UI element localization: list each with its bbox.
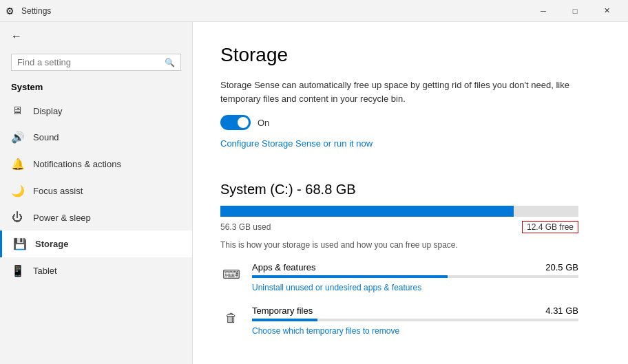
sidebar-item-storage[interactable]: 💾 Storage [0, 231, 192, 257]
app-body: ← 🔍 System 🖥 Display 🔊 Sound 🔔 Notificat… [0, 22, 628, 364]
close-button[interactable]: ✕ [591, 0, 622, 22]
toggle-label: On [258, 118, 269, 128]
apps-bar [252, 275, 578, 278]
sidebar-item-notifications[interactable]: 🔔 Notifications & actions [0, 151, 192, 178]
sidebar-item-label-tablet: Tablet [33, 266, 57, 276]
apps-bar-fill [252, 275, 448, 278]
storage-item-temp: 🗑 Temporary files 4.31 GB Choose which t… [220, 306, 578, 336]
storage-icon: 💾 [13, 237, 25, 250]
focus-icon: 🌙 [11, 184, 23, 197]
tablet-icon: 📱 [11, 264, 23, 277]
apps-header: Apps & features 20.5 GB [252, 262, 578, 272]
temp-icon: 🗑 [220, 307, 242, 329]
notifications-icon: 🔔 [11, 158, 23, 171]
title-bar: ⚙ Settings ─ □ ✕ [0, 0, 628, 22]
temp-header: Temporary files 4.31 GB [252, 306, 578, 316]
storage-used-label: 56.3 GB used [220, 222, 271, 232]
drive-section-title: System (C:) - 68.8 GB [220, 182, 600, 197]
minimize-button[interactable]: ─ [527, 0, 559, 22]
temp-desc[interactable]: Choose which temporary files to remove [252, 326, 399, 336]
storage-bar-fill [220, 206, 514, 217]
title-bar-title: Settings [21, 6, 51, 16]
temp-size: 4.31 GB [545, 306, 578, 316]
sidebar-item-label-notifications: Notifications & actions [33, 159, 121, 169]
storage-sense-toggle-row: On [220, 115, 600, 130]
sidebar-item-power[interactable]: ⏻ Power & sleep [0, 204, 192, 231]
sidebar: ← 🔍 System 🖥 Display 🔊 Sound 🔔 Notificat… [0, 22, 193, 364]
configure-link[interactable]: Configure Storage Sense or run it now [220, 138, 373, 149]
temp-name: Temporary files [252, 306, 313, 316]
sidebar-item-label-focus: Focus assist [33, 186, 83, 196]
sidebar-section-label: System [0, 79, 192, 98]
storage-sense-description: Storage Sense can automatically free up … [220, 78, 578, 105]
storage-stats-row: 56.3 GB used 12.4 GB free [220, 221, 578, 233]
maximize-button[interactable]: □ [559, 0, 591, 22]
sidebar-item-display[interactable]: 🖥 Display [0, 98, 192, 124]
search-box[interactable]: 🔍 [11, 54, 181, 71]
apps-icon: ⌨ [220, 264, 242, 286]
temp-bar-fill [252, 319, 317, 321]
apps-name: Apps & features [252, 262, 316, 272]
apps-desc[interactable]: Uninstall unused or undesired apps & fea… [252, 283, 421, 292]
sidebar-item-label-sound: Sound [33, 132, 59, 142]
storage-free-badge: 12.4 GB free [522, 221, 578, 233]
storage-info-text: This is how your storage is used and how… [220, 240, 600, 250]
sidebar-item-tablet[interactable]: 📱 Tablet [0, 257, 192, 284]
main-content: Storage Storage Sense can automatically … [193, 22, 628, 364]
title-bar-left: ⚙ Settings [6, 6, 51, 17]
title-bar-controls: ─ □ ✕ [527, 0, 622, 22]
back-arrow-icon: ← [11, 30, 22, 43]
display-icon: 🖥 [11, 105, 23, 117]
title-bar-icon: ⚙ [6, 6, 14, 17]
storage-item-apps: ⌨ Apps & features 20.5 GB Uninstall unus… [220, 262, 578, 293]
temp-bar [252, 319, 578, 321]
temp-content: Temporary files 4.31 GB Choose which tem… [252, 306, 578, 336]
sidebar-item-focus[interactable]: 🌙 Focus assist [0, 178, 192, 204]
apps-size: 20.5 GB [545, 262, 578, 272]
search-input[interactable] [17, 57, 165, 67]
sidebar-item-sound[interactable]: 🔊 Sound [0, 124, 192, 151]
apps-content: Apps & features 20.5 GB Uninstall unused… [252, 262, 578, 293]
sidebar-item-label-power: Power & sleep [33, 213, 91, 223]
page-title: Storage [220, 44, 600, 66]
back-button[interactable]: ← [0, 22, 192, 51]
sidebar-item-label-storage: Storage [35, 239, 68, 249]
storage-bar-container [220, 206, 578, 217]
storage-sense-toggle[interactable] [220, 115, 251, 130]
search-icon: 🔍 [165, 58, 175, 67]
sound-icon: 🔊 [11, 131, 23, 144]
sidebar-item-label-display: Display [33, 106, 63, 116]
power-icon: ⏻ [11, 211, 23, 224]
